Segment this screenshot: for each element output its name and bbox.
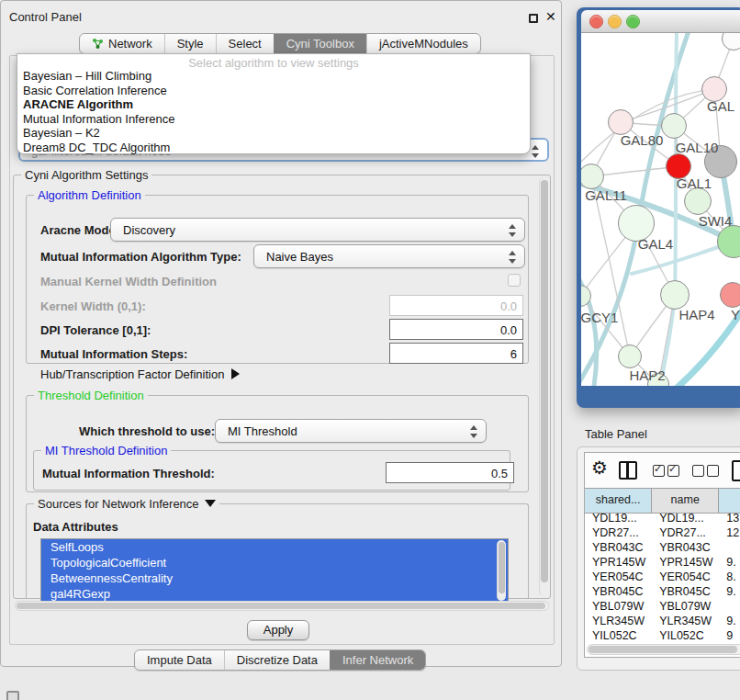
dropdown-item-dream8-dc-tdc-algorithm[interactable]: Dream8 DC_TDC Algorithm: [17, 141, 530, 155]
data-attributes-list[interactable]: SelfLoopsTopologicalCoefficientBetweenne…: [40, 538, 509, 603]
combo-spinner-icon: [508, 223, 516, 238]
table-cell: [719, 541, 740, 556]
settings-horizontal-scrollbar[interactable]: [15, 601, 549, 611]
close-traffic-light-icon[interactable]: [589, 15, 603, 28]
kernel-width-field[interactable]: 0.0: [389, 295, 523, 316]
table-row[interactable]: YIL052CYIL052C9: [585, 629, 740, 644]
table-cell: 9.: [719, 615, 740, 629]
unchecked-checkbox-icon[interactable]: [707, 465, 719, 477]
panel-grip-icon[interactable]: [6, 691, 19, 700]
apply-button[interactable]: Apply: [247, 620, 309, 640]
float-icon[interactable]: [529, 14, 538, 23]
table-row[interactable]: YBR045CYBR045C9.: [585, 585, 740, 600]
tab-style[interactable]: Style: [164, 34, 216, 53]
table-cell: YIL052C: [585, 629, 652, 644]
aracne-mode-value: Discovery: [123, 223, 175, 237]
tab-cyni-toolbox[interactable]: Cyni Toolbox: [274, 34, 366, 53]
table-row[interactable]: YPR145WYPR145W9.: [585, 556, 740, 570]
mi-threshold-definition-title: MI Threshold Definition: [41, 444, 171, 457]
tab-select[interactable]: Select: [216, 34, 274, 53]
dropdown-item-aracne-algorithm[interactable]: ARACNE Algorithm: [17, 97, 530, 112]
node-label-gal11: GAL11: [585, 187, 627, 203]
node-label-gal: GAL: [707, 98, 734, 114]
table-row[interactable]: YBL079WYBL079W: [585, 600, 740, 615]
table-row[interactable]: YER054CYER054C8.: [585, 570, 740, 585]
column-header-partial[interactable]: [719, 489, 740, 513]
table-row[interactable]: YDL19...YDL19...13: [585, 512, 740, 526]
manual-kernel-width-label: Manual Kernel Width Definition: [40, 275, 217, 288]
table-panel-inner: ⚙ shared...name YDL19...YDL19...13YDR27.…: [584, 452, 740, 658]
tab-impute-data[interactable]: Impute Data: [135, 650, 224, 670]
gear-icon[interactable]: ⚙: [591, 457, 608, 479]
aracne-mode-label: Aracne Mode:: [40, 223, 119, 237]
minimize-traffic-light-icon[interactable]: [608, 15, 622, 28]
tab-infer-network[interactable]: Infer Network: [330, 650, 425, 670]
node-gal1[interactable]: [684, 187, 712, 215]
close-icon[interactable]: ✕: [545, 9, 556, 24]
tab-label: Select: [229, 37, 262, 51]
dropdown-item-basic-correlation-inference[interactable]: Basic Correlation Inference: [17, 84, 530, 98]
checked-checkbox-icon[interactable]: [667, 465, 679, 477]
column-header-shared[interactable]: shared...: [585, 489, 652, 513]
node-hap2[interactable]: [618, 344, 642, 368]
network-canvas[interactable]: GALGAL80GAL10GAL1GAL11SWI4GAL4GCY1HAP4YH…: [581, 33, 740, 386]
mi-threshold-field[interactable]: 0.5: [386, 462, 514, 483]
tab-label: Infer Network: [342, 653, 413, 667]
hub-definition-label: Hub/Transcription Factor Definition: [40, 367, 224, 381]
tab-discretize-data[interactable]: Discretize Data: [224, 650, 330, 670]
attribute-item-betweennesscentrality[interactable]: BetweennessCentrality: [41, 570, 508, 586]
aracne-mode-combo[interactable]: Discovery: [110, 218, 525, 242]
collapsed-arrow-icon: [231, 368, 240, 379]
node-label-gal4: GAL4: [638, 236, 673, 252]
node-hap4[interactable]: [660, 280, 690, 310]
settings-vertical-scrollbar[interactable]: [539, 177, 549, 596]
table-cell: YPR145W: [585, 556, 652, 570]
column-split-icon[interactable]: [619, 461, 637, 480]
checked-checkbox-icon[interactable]: [653, 465, 665, 477]
document-icon[interactable]: [732, 460, 740, 481]
mi-algorithm-type-combo[interactable]: Naive Bayes: [253, 244, 525, 268]
attributes-vertical-scrollbar[interactable]: [497, 540, 506, 601]
mi-steps-field[interactable]: 6: [389, 343, 523, 364]
manual-kernel-width-checkbox[interactable]: [508, 274, 521, 287]
table-row[interactable]: YDR27...YDR27...12: [585, 526, 740, 541]
table-cell: YDL19...: [652, 512, 719, 526]
expanded-arrow-icon: [205, 500, 216, 507]
settings-hscroll-thumb[interactable]: [17, 603, 545, 609]
dropdown-item-mutual-information-inference[interactable]: Mutual Information Inference: [17, 112, 530, 127]
dropdown-item-bayesian-k2[interactable]: Bayesian – K2: [17, 126, 530, 141]
table-hscroll-thumb[interactable]: [589, 646, 737, 653]
network-window-titlebar[interactable]: [581, 10, 740, 33]
zoom-traffic-light-icon[interactable]: [626, 15, 640, 28]
node-salmon[interactable]: [720, 282, 740, 308]
which-threshold-combo[interactable]: MI Threshold: [215, 419, 487, 443]
table-cell: YIL052C: [652, 629, 719, 644]
table-panel-title: Table Panel: [585, 427, 647, 441]
table-cell: [719, 600, 740, 615]
unchecked-checkbox-icon[interactable]: [692, 465, 704, 477]
combo-spinner-icon: [531, 144, 539, 159]
algorithm-dropdown: Select algorithm to view settings Bayesi…: [17, 53, 531, 154]
table-cell: YBR045C: [652, 585, 719, 600]
dpi-tolerance-field[interactable]: 0.0: [389, 319, 523, 340]
attribute-item-selfloops[interactable]: SelfLoops: [41, 539, 508, 555]
attribute-item-gal4rgexp[interactable]: gal4RGexp: [41, 586, 508, 602]
tab-label: Style: [177, 37, 204, 51]
dropdown-item-bayesian-hill-climbing[interactable]: Bayesian – Hill Climbing: [17, 69, 530, 84]
table-cell: YBR043C: [652, 541, 719, 556]
node-gal10[interactable]: [661, 113, 687, 139]
tab-network[interactable]: Network: [80, 34, 164, 53]
attribute-item-topologicalcoefficient[interactable]: TopologicalCoefficient: [41, 555, 508, 570]
table-cell: YBR045C: [585, 585, 652, 600]
data-attributes-label: Data Attributes: [33, 520, 118, 534]
hub-definition-expander[interactable]: Hub/Transcription Factor Definition: [40, 367, 240, 381]
column-header-name[interactable]: name: [652, 489, 719, 513]
settings-vscroll-thumb[interactable]: [541, 180, 548, 582]
table-horizontal-scrollbar[interactable]: [587, 644, 740, 655]
bottom-tab-bar: Impute DataDiscretize DataInfer Network: [134, 649, 426, 671]
table-row[interactable]: YLR345WYLR345W9.: [585, 615, 740, 629]
attributes-vscroll-thumb[interactable]: [499, 542, 505, 593]
tab-jactivemnodules[interactable]: jActiveMNodules: [366, 34, 480, 53]
node-label-swi4: SWI4: [699, 213, 733, 229]
table-row[interactable]: YBR043CYBR043C: [585, 541, 740, 556]
